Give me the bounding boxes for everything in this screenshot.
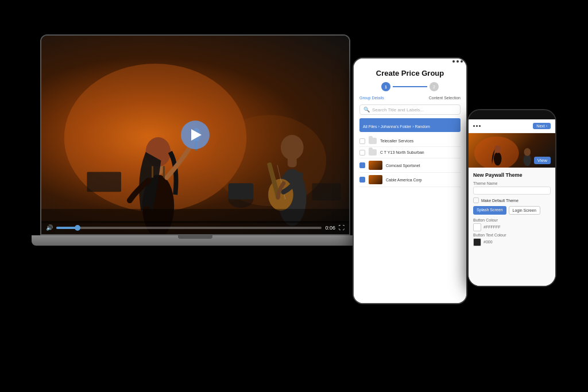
tablet-status-bar (354, 59, 466, 64)
login-screen-button[interactable]: Login Screen (509, 206, 540, 215)
phone-view-button[interactable]: View (534, 157, 551, 164)
time-display: 0:06 (325, 225, 335, 231)
phone-dot-2 (476, 125, 478, 127)
progress-fill (56, 227, 78, 229)
svg-point-20 (494, 152, 502, 165)
phone-screen: Next › View New Paywall Theme (469, 119, 555, 286)
step-indicator: 1 2 (359, 82, 461, 91)
phone: Next › View New Paywall Theme (467, 109, 556, 287)
laptop-notch (178, 235, 212, 239)
button-color-row: #FFFFFF (473, 223, 551, 231)
folder-icon-2 (369, 149, 377, 156)
theme-name-input[interactable] (473, 187, 551, 195)
step-2-label: Content Selection (429, 96, 461, 100)
step-1-circle: 1 (381, 82, 390, 91)
phone-form-content: New Paywall Theme Theme Name Make Defaul… (469, 168, 555, 286)
svg-point-12 (281, 135, 304, 160)
progress-dot (75, 225, 80, 231)
breadcrumb-bar: All Files › Johanna's Folder › Random (359, 118, 461, 132)
button-text-color-swatch[interactable] (473, 238, 481, 246)
table-row: Comcast Sportsnet (359, 158, 461, 173)
row-checkbox-3[interactable] (359, 162, 365, 168)
button-text-color-label: Button Text Colour (473, 233, 551, 237)
svg-rect-17 (87, 172, 121, 192)
scene: 🔊 0:06 ⛶ (0, 0, 588, 392)
splash-screen-button[interactable]: Splash Screen (473, 206, 506, 215)
svg-rect-9 (229, 183, 254, 199)
button-text-color-value: #000 (483, 240, 493, 244)
phone-video-thumbnail: View (469, 133, 555, 168)
video-thumb-2 (369, 175, 382, 184)
breadcrumb-text: All Files › Johanna's Folder › Random (363, 125, 430, 129)
row-text-4: Cable America Corp (386, 178, 422, 182)
phone-dot-1 (473, 125, 475, 127)
search-placeholder: Search Title and Labels... (372, 107, 424, 112)
phone-header: Next › (469, 119, 555, 133)
video-controls: 🔊 0:06 ⛶ (41, 221, 349, 234)
status-dot-2 (457, 60, 459, 63)
default-theme-label: Make Default Theme (481, 199, 519, 203)
svg-point-13 (268, 178, 293, 211)
table-row: Cable America Corp (359, 173, 461, 187)
svg-point-21 (494, 145, 501, 153)
default-theme-row: Make Default Theme (473, 197, 551, 203)
volume-icon[interactable]: 🔊 (46, 224, 53, 231)
screen-buttons: Splash Screen Login Screen (473, 206, 551, 215)
button-color-label: Button Colour (473, 218, 551, 222)
row-checkbox-4[interactable] (359, 177, 365, 183)
laptop-screen: 🔊 0:06 ⛶ (40, 34, 350, 235)
tablet-page-title: Create Price Group (359, 69, 461, 77)
folder-icon-1 (369, 138, 377, 144)
expand-icon[interactable]: ⛶ (339, 224, 345, 231)
phone-status-dots (473, 125, 481, 127)
theme-name-label: Theme Name (473, 181, 551, 185)
row-checkbox-1[interactable] (359, 138, 365, 144)
button-color-swatch[interactable] (473, 223, 481, 231)
video-player: 🔊 0:06 ⛶ (41, 36, 349, 234)
row-text-3: Comcast Sportsnet (386, 164, 420, 168)
play-button[interactable] (181, 121, 210, 149)
status-dot-1 (452, 60, 455, 63)
step-line (393, 86, 427, 87)
table-row: C T Y13 North Suburban (359, 147, 461, 158)
phone-next-button[interactable]: Next › (533, 123, 551, 129)
default-theme-checkbox[interactable] (473, 197, 479, 203)
progress-bar[interactable] (56, 227, 322, 229)
table-row: Telecaller Services (359, 135, 461, 147)
laptop-base (32, 235, 359, 246)
laptop: 🔊 0:06 ⛶ (29, 34, 362, 275)
status-dot-3 (461, 60, 463, 63)
button-text-color-row: #000 (473, 238, 551, 246)
phone-notch (469, 110, 555, 119)
phone-notch-bar (498, 112, 527, 115)
video-thumb-1 (369, 161, 382, 170)
phone-dot-3 (479, 125, 481, 127)
phone-section-title: New Paywall Theme (473, 172, 551, 178)
tablet-content: Create Price Group 1 2 Group Details Con… (354, 64, 466, 303)
svg-rect-18 (312, 183, 341, 200)
svg-point-23 (524, 148, 531, 156)
play-icon (191, 129, 202, 141)
step-labels: Group Details Content Selection (359, 96, 461, 100)
button-color-value: #FFFFFF (483, 225, 501, 229)
tablet: Create Price Group 1 2 Group Details Con… (353, 57, 467, 304)
step-2-circle: 2 (430, 82, 439, 91)
row-text-1: Telecaller Services (380, 139, 413, 143)
row-checkbox-2[interactable] (359, 150, 365, 156)
search-icon: 🔍 (363, 107, 370, 112)
step-1-label: Group Details (359, 96, 384, 100)
tablet-screen: Create Price Group 1 2 Group Details Con… (354, 59, 466, 303)
row-text-2: C T Y13 North Suburban (380, 150, 424, 154)
search-bar[interactable]: 🔍 Search Title and Labels... (359, 104, 461, 115)
